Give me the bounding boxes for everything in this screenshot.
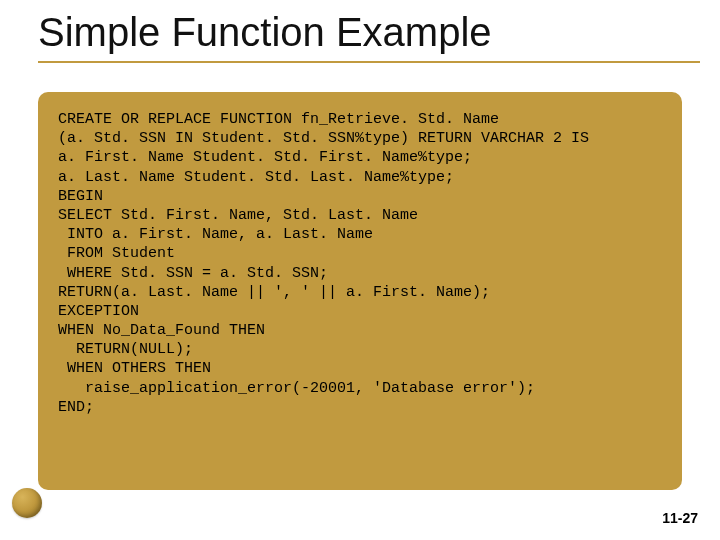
page-number: 11-27 bbox=[662, 510, 698, 526]
title-area: Simple Function Example bbox=[38, 10, 700, 63]
title-underline bbox=[38, 61, 700, 63]
slide: Simple Function Example CREATE OR REPLAC… bbox=[0, 0, 720, 540]
page-title: Simple Function Example bbox=[38, 10, 700, 61]
code-panel: CREATE OR REPLACE FUNCTION fn_Retrieve. … bbox=[38, 92, 682, 490]
decorative-sphere-icon bbox=[12, 488, 42, 518]
code-block: CREATE OR REPLACE FUNCTION fn_Retrieve. … bbox=[58, 110, 664, 417]
